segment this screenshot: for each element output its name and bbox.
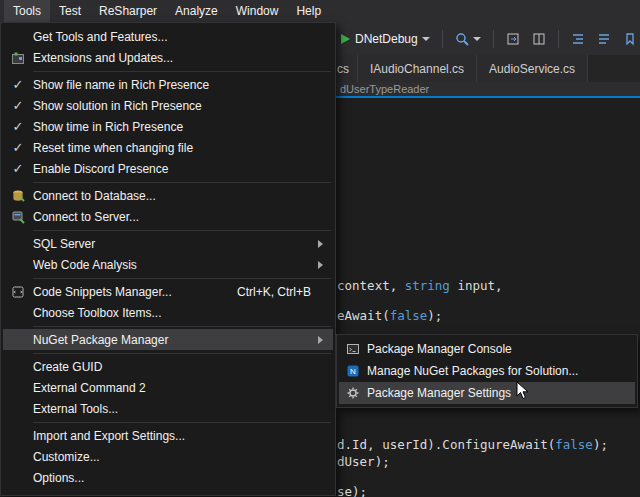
menu-item-choose-toolbox-items[interactable]: Choose Toolbox Items... — [3, 302, 333, 323]
indent-list-icon — [571, 32, 585, 46]
start-debug-button[interactable]: DNetDebug — [336, 30, 433, 48]
code-line: context, string input, — [337, 278, 503, 293]
menu-item-import-export-settings[interactable]: Import and Export Settings... — [3, 425, 333, 446]
menu-item-options[interactable]: Options... — [3, 467, 333, 488]
chevron-down-icon — [473, 37, 481, 41]
submenu-item-manage-nuget-packages-solution[interactable]: N Manage NuGet Packages for Solution... — [339, 360, 635, 382]
shortcut-label: Ctrl+K, Ctrl+B — [237, 285, 311, 299]
snippets-icon — [11, 285, 25, 299]
submenu-arrow-icon — [318, 336, 323, 344]
menu-item-extensions-and-updates[interactable]: Extensions and Updates... — [3, 47, 333, 68]
split-pane-icon — [532, 32, 546, 46]
toolbar-separator — [558, 30, 559, 48]
check-icon: ✓ — [13, 140, 24, 155]
tab-bar: cs IAudioChannel.cs AudioService.cs — [333, 55, 640, 82]
menu-item-enable-discord-presence[interactable]: ✓ Enable Discord Presence — [3, 158, 333, 179]
attach-to-process-button[interactable] — [452, 30, 484, 48]
menubar-item-help[interactable]: Help — [287, 0, 330, 22]
menu-item-external-command-2[interactable]: External Command 2 — [3, 377, 333, 398]
menu-item-nuget-package-manager[interactable]: NuGet Package Manager — [3, 329, 333, 350]
tab-partial[interactable]: cs — [333, 55, 358, 82]
run-config-label: DNetDebug — [355, 32, 418, 46]
menubar-item-analyze[interactable]: Analyze — [166, 0, 227, 22]
tab-audioservice[interactable]: AudioService.cs — [477, 55, 588, 82]
code-line: dUser); — [337, 454, 390, 469]
check-icon: ✓ — [13, 161, 24, 176]
menubar-item-resharper[interactable]: ReSharper — [90, 0, 166, 22]
gear-icon — [346, 386, 360, 400]
database-icon — [11, 189, 25, 203]
menu-item-reset-time-when-changing-file[interactable]: ✓ Reset time when changing file — [3, 137, 333, 158]
check-icon: ✓ — [13, 98, 24, 113]
code-line: eAwait(false); — [337, 308, 442, 323]
package-icon: N — [346, 364, 360, 378]
submenu-item-package-manager-console[interactable]: Package Manager Console — [339, 338, 635, 360]
menu-bar: Tools Test ReSharper Analyze Window Help — [0, 0, 640, 22]
submenu-arrow-icon — [318, 261, 323, 269]
chevron-down-icon — [422, 37, 430, 41]
bookmark-icon — [623, 32, 637, 46]
line-list-icon — [597, 32, 611, 46]
extensions-icon — [11, 51, 25, 65]
menu-item-web-code-analysis[interactable]: Web Code Analysis — [3, 254, 333, 275]
toolbar-separator — [493, 30, 494, 48]
menu-item-sql-server[interactable]: SQL Server — [3, 233, 333, 254]
submenu-item-package-manager-settings[interactable]: Package Manager Settings — [339, 382, 635, 404]
bookmark-button[interactable] — [620, 30, 640, 48]
open-file-icon — [506, 32, 520, 46]
check-icon: ✓ — [13, 119, 24, 134]
line-list-button[interactable] — [594, 30, 614, 48]
menu-item-code-snippets-manager[interactable]: Code Snippets Manager... Ctrl+K, Ctrl+B — [3, 281, 333, 302]
menu-item-show-file-name-rich-presence[interactable]: ✓ Show file name in Rich Presence — [3, 74, 333, 95]
nuget-submenu: Package Manager Console N Manage NuGet P… — [336, 334, 638, 408]
tab-iaudiochannel[interactable]: IAudioChannel.cs — [358, 55, 477, 82]
menu-item-customize[interactable]: Customize... — [3, 446, 333, 467]
mouse-cursor — [516, 381, 530, 401]
attach-to-process-icon — [455, 32, 469, 46]
check-icon: ✓ — [13, 77, 24, 92]
toolbar-separator — [442, 30, 443, 48]
menu-item-connect-to-database[interactable]: Connect to Database... — [3, 185, 333, 206]
editor-navigation-bar[interactable]: dUserTypeReader — [333, 82, 640, 96]
tools-menu: Get Tools and Features... Extensions and… — [0, 22, 336, 496]
navbar-member-label: dUserTypeReader — [340, 83, 429, 95]
menubar-item-window[interactable]: Window — [227, 0, 288, 22]
console-icon — [346, 342, 360, 356]
open-file-button[interactable] — [503, 30, 523, 48]
submenu-arrow-icon — [318, 240, 323, 248]
code-line: d.Id, userId).ConfigureAwait(false); — [337, 437, 608, 452]
svg-text:N: N — [350, 367, 356, 376]
split-pane-button[interactable] — [529, 30, 549, 48]
menu-item-get-tools-and-features[interactable]: Get Tools and Features... — [3, 26, 333, 47]
active-document-accent — [333, 96, 640, 98]
indent-list-button[interactable] — [568, 30, 588, 48]
menu-item-show-time-rich-presence[interactable]: ✓ Show time in Rich Presence — [3, 116, 333, 137]
code-line: se); — [337, 484, 367, 497]
menu-item-external-tools[interactable]: External Tools... — [3, 398, 333, 419]
menu-item-create-guid[interactable]: Create GUID — [3, 356, 333, 377]
play-icon — [339, 33, 351, 45]
menubar-item-tools[interactable]: Tools — [4, 0, 50, 22]
menubar-item-test[interactable]: Test — [50, 0, 90, 22]
menu-item-connect-to-server[interactable]: Connect to Server... — [3, 206, 333, 227]
vs-window: Tools Test ReSharper Analyze Window Help… — [0, 0, 640, 497]
menu-item-show-solution-rich-presence[interactable]: ✓ Show solution in Rich Presence — [3, 95, 333, 116]
server-icon — [11, 210, 25, 224]
